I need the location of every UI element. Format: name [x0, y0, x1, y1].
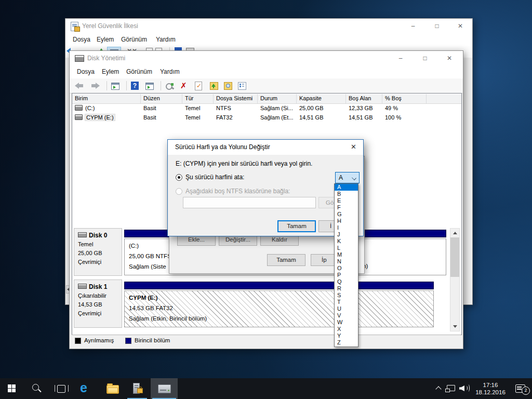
close-icon[interactable]: ✕	[351, 143, 356, 151]
dropdown-item[interactable]: H	[335, 218, 358, 224]
lsp-menubar: Dosya Eylem Görünüm Yardım	[65, 33, 472, 47]
dropdown-item[interactable]: A	[335, 184, 358, 191]
lsp-close-button[interactable]: ✕	[448, 19, 472, 33]
start-button[interactable]	[0, 378, 25, 399]
dropdown-item[interactable]: U	[335, 305, 358, 312]
column-header-durum[interactable]: Durum	[258, 94, 297, 103]
volume-tray-button[interactable]	[457, 378, 471, 399]
edge-button[interactable]: e	[76, 378, 97, 399]
properties-icon[interactable]	[237, 81, 247, 90]
scrollbar-thumb[interactable]	[450, 237, 459, 277]
radio-assign-label[interactable]: Şu sürücü harfini ata:	[185, 174, 244, 181]
column-header-birim[interactable]: Birim	[72, 94, 141, 103]
dialog-titlebar: Sürücü Harfi ya da Yolunu Değiştir ✕	[168, 140, 363, 155]
forward-icon[interactable]	[90, 81, 100, 90]
dropdown-item[interactable]: F	[335, 204, 358, 211]
dropdown-item[interactable]: K	[335, 238, 358, 245]
dropdown-item[interactable]: L	[335, 245, 358, 251]
ok-button[interactable]: Tamam	[267, 254, 305, 266]
ok-button[interactable]: Tamam	[277, 220, 316, 232]
dropdown-item[interactable]: B	[335, 191, 358, 197]
dropdown-item[interactable]: J	[335, 231, 358, 238]
column-header-dosya-sistemi[interactable]: Dosya Sistemi	[214, 94, 258, 103]
lsp-menu-dosya[interactable]: Dosya	[73, 36, 90, 43]
lsp-menu-eylem[interactable]: Eylem	[97, 36, 114, 43]
dm-maximize-button[interactable]: □	[413, 51, 437, 65]
lock-icon	[74, 26, 80, 32]
lsp-minimize-button[interactable]: –	[401, 19, 425, 33]
search-button[interactable]	[25, 378, 48, 399]
lsp-window-title: Yerel Güvenlik İlkesi	[82, 22, 138, 30]
console-tree-icon[interactable]	[110, 81, 119, 90]
lsp-app-icon	[71, 22, 78, 31]
radio-mount-folder[interactable]	[176, 188, 182, 195]
lsp-titlebar: Yerel Güvenlik İlkesi – □ ✕	[65, 19, 472, 33]
explore-icon[interactable]	[223, 81, 233, 90]
dropdown-item[interactable]: R	[335, 285, 358, 292]
dropdown-item[interactable]: P	[335, 272, 358, 278]
dropdown-item[interactable]: T	[335, 299, 358, 305]
graph-vertical-scrollbar[interactable]	[450, 228, 460, 331]
network-icon	[447, 385, 455, 391]
lsp-menu-gorunum[interactable]: Görünüm	[121, 36, 147, 43]
dropdown-item[interactable]: S	[335, 292, 358, 299]
column-header-bos-alan[interactable]: Boş Alan	[346, 94, 382, 103]
action-center-button[interactable]: 2	[510, 378, 532, 399]
tray-expand-button[interactable]	[433, 378, 445, 399]
volume-row-e[interactable]: CYPM (E:) Basit Temel FAT32 Sağlam (Et..…	[72, 113, 461, 123]
dialog-title: Sürücü Harfi ya da Yolunu Değiştir	[175, 143, 270, 151]
dropdown-item[interactable]: Y	[335, 332, 358, 339]
dropdown-item[interactable]: W	[335, 319, 358, 326]
drive-letter-dropdown-list: A B E F G H I J K L M N O P Q R S T U V …	[334, 183, 358, 347]
dm-menu-gorunum[interactable]: Görünüm	[126, 68, 152, 75]
open-icon[interactable]	[209, 81, 219, 90]
drive-letter-combobox[interactable]: A	[335, 172, 360, 183]
dialog-instruction: E: (CYPM) için yeni bir sürücü harfi vey…	[176, 160, 312, 167]
disk1-label-panel[interactable]: Disk 1 Çıkarılabilir 14,53 GB Çevrimiçi	[74, 280, 122, 328]
mount-path-input[interactable]	[183, 197, 316, 208]
task-view-icon	[57, 385, 65, 393]
column-header-duzen[interactable]: Düzen	[141, 94, 182, 103]
scroll-down-button[interactable]	[450, 322, 459, 331]
dropdown-item[interactable]: M	[335, 251, 358, 258]
disk-management-task-button[interactable]	[151, 378, 178, 399]
column-header-yuzde-bos[interactable]: % Boş	[382, 94, 427, 103]
disk0-label-panel[interactable]: Disk 0 Temel 25,00 GB Çevrimiçi	[74, 228, 122, 276]
dropdown-item[interactable]: X	[335, 326, 358, 332]
scroll-up-button[interactable]	[450, 229, 459, 237]
clock-tray-button[interactable]: 17:16 18.12.2016	[471, 378, 510, 399]
delete-icon[interactable]: ✗	[180, 81, 190, 90]
dropdown-item[interactable]: O	[335, 265, 358, 272]
security-policy-task-button[interactable]	[126, 378, 149, 399]
dropdown-item[interactable]: Q	[335, 278, 358, 285]
column-header-tur[interactable]: Tür	[182, 94, 214, 103]
task-view-button[interactable]	[50, 378, 73, 399]
dm-menu-dosya[interactable]: Dosya	[77, 68, 95, 75]
dm-close-button[interactable]: ✕	[437, 51, 461, 65]
dropdown-item[interactable]: V	[335, 312, 358, 319]
column-header-kapasite[interactable]: Kapasite	[297, 94, 346, 103]
dropdown-item[interactable]: G	[335, 211, 358, 218]
back-icon[interactable]	[75, 81, 84, 90]
dm-menu-eylem[interactable]: Eylem	[102, 68, 119, 75]
disk1-partition-selected[interactable]: CYPM (E:) 14,53 GB FAT32 Sağlam (Etkin, …	[124, 290, 434, 327]
dropdown-item[interactable]: E	[335, 197, 358, 204]
rescan-icon[interactable]	[165, 81, 174, 90]
combobox-value: A	[339, 174, 343, 181]
lsp-maximize-button[interactable]: □	[425, 19, 449, 33]
lsp-menu-yardim[interactable]: Yardım	[156, 36, 176, 43]
file-explorer-button[interactable]	[101, 378, 124, 399]
volume-row-c[interactable]: (C:) Basit Temel NTFS Sağlam (Si... 25,0…	[72, 104, 461, 113]
network-tray-button[interactable]	[445, 378, 457, 399]
dropdown-item[interactable]: Z	[335, 339, 358, 346]
radio-assign-letter[interactable]	[176, 174, 182, 181]
dropdown-item[interactable]: I	[335, 224, 358, 231]
speaker-icon	[459, 385, 464, 391]
detail-view-icon[interactable]	[144, 81, 154, 90]
dropdown-item[interactable]: N	[335, 258, 358, 265]
unallocated-swatch	[75, 338, 81, 344]
dm-minimize-button[interactable]: –	[389, 51, 413, 65]
dm-menu-yardim[interactable]: Yardım	[160, 68, 180, 75]
help-icon[interactable]: ?	[130, 81, 140, 90]
set-active-icon[interactable]: ✓	[194, 81, 203, 90]
